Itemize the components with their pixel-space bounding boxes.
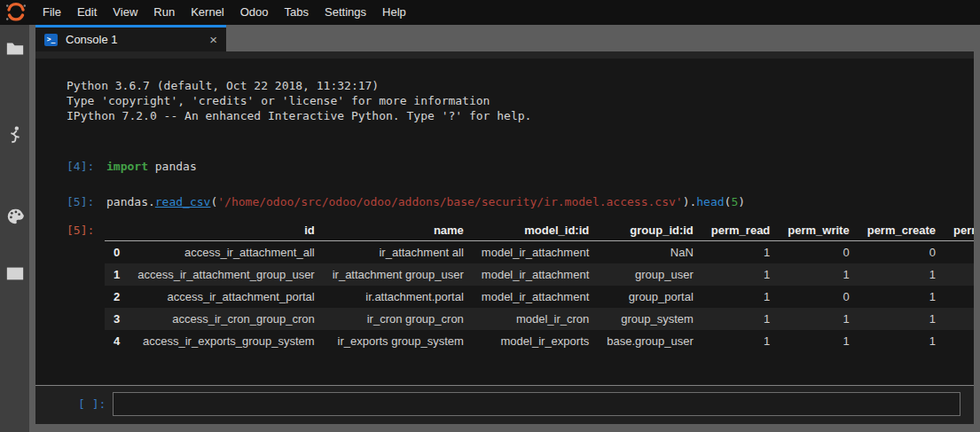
menu-odoo[interactable]: Odoo — [232, 0, 277, 25]
odoo-logo-icon — [4, 2, 27, 23]
input-prompt-4: [4]: — [67, 159, 106, 174]
row-index: 0 — [105, 241, 129, 264]
table-cell: ir_cron group_cron — [324, 308, 473, 330]
table-cell: 1 — [779, 263, 858, 286]
tab-close-icon[interactable]: × — [209, 33, 217, 46]
table-cell: group_system — [598, 308, 702, 330]
table-row: 1access_ir_attachment_group_userir_attac… — [105, 263, 974, 286]
table-cell: 1 — [702, 241, 779, 264]
console-toolbar — [35, 51, 974, 59]
table-cell: ir.attachment.portal — [324, 286, 473, 308]
input-prompt-5: [5]: — [67, 194, 106, 209]
menu-view[interactable]: View — [105, 0, 145, 25]
table-cell: 0 — [779, 286, 858, 308]
tab-label: Console 1 — [66, 33, 209, 46]
table-cell: 1 — [945, 308, 974, 330]
menu-help[interactable]: Help — [374, 0, 414, 25]
table-cell: group_portal — [598, 286, 702, 308]
index-corner-cell — [105, 220, 129, 241]
table-cell: ir_attachment group_user — [324, 263, 473, 286]
console-panel: Python 3.6.7 (default, Oct 22 2018, 11:3… — [35, 51, 974, 424]
table-cell: 0 — [779, 241, 858, 264]
table-row: 2access_ir_attachment_portalir.attachmen… — [105, 286, 974, 308]
table-cell: ir_exports group_system — [324, 330, 473, 352]
table-header-row: idnamemodel_id:idgroup_id:idperm_readper… — [105, 220, 974, 241]
column-header: perm_create — [858, 220, 945, 241]
console-icon: >_ — [44, 34, 58, 46]
menu-tabs[interactable]: Tabs — [277, 0, 317, 25]
code-cell-4: [4]: import pandas — [67, 159, 974, 174]
table-row: 0access_ir_attachment_allir_attachment a… — [105, 241, 974, 264]
table-cell: model_ir_cron — [473, 308, 598, 330]
python-banner: Python 3.6.7 (default, Oct 22 2018, 11:3… — [67, 78, 974, 123]
table-cell: 1 — [702, 263, 779, 286]
table-cell: model_ir_attachment — [473, 263, 598, 286]
menu-settings[interactable]: Settings — [317, 0, 374, 25]
table-cell: 0 — [945, 241, 974, 264]
table-cell: model_ir_attachment — [473, 286, 598, 308]
row-index: 4 — [105, 330, 129, 352]
table-cell: access_ir_attachment_portal — [129, 286, 323, 308]
menu-bar: File Edit View Run Kernel Odoo Tabs Sett… — [0, 0, 980, 25]
dataframe-table: idnamemodel_id:idgroup_id:idperm_readper… — [105, 220, 974, 352]
row-index: 1 — [105, 263, 129, 286]
table-cell: ir_attachment all — [324, 241, 473, 264]
dock-panel: >_ Console 1 × Python 3.6.7 (default, Oc… — [29, 25, 980, 432]
tab-console-1[interactable]: >_ Console 1 × — [35, 25, 226, 51]
table-row: 4access_ir_exports_group_systemir_export… — [105, 330, 974, 352]
column-header: perm_unlink — [945, 220, 974, 241]
tab-bar: >_ Console 1 × — [29, 25, 980, 51]
table-cell: NaN — [598, 241, 702, 264]
menu-run[interactable]: Run — [145, 0, 183, 25]
table-cell: 1 — [945, 263, 974, 286]
code-cell-5: [5]: pandas.read_csv('/home/odoo/src/odo… — [67, 194, 974, 209]
command-palette-icon[interactable] — [5, 207, 25, 226]
console-input-area: [ ]: — [35, 385, 974, 424]
table-cell: 1 — [702, 286, 779, 308]
table-cell: 1 — [779, 330, 858, 352]
table-row: 3access_ir_cron_group_cronir_cron group_… — [105, 308, 974, 330]
table-cell: access_ir_exports_group_system — [129, 330, 323, 352]
console-history[interactable]: Python 3.6.7 (default, Oct 22 2018, 11:3… — [35, 59, 974, 385]
table-cell: model_ir_exports — [473, 330, 598, 352]
menu-file[interactable]: File — [35, 0, 69, 25]
output-prompt-5: [5]: — [67, 220, 105, 352]
table-cell: 1 — [945, 330, 974, 352]
menu-kernel[interactable]: Kernel — [183, 0, 232, 25]
table-cell: access_ir_attachment_all — [129, 241, 323, 264]
table-cell: 1 — [858, 308, 945, 330]
row-index: 3 — [105, 308, 129, 330]
left-activity-bar — [0, 25, 29, 432]
table-cell: 1 — [702, 330, 779, 352]
table-cell: 1 — [779, 308, 858, 330]
menu-edit[interactable]: Edit — [69, 0, 105, 25]
code-line-4: import pandas — [106, 159, 197, 174]
table-cell: base.group_user — [598, 330, 702, 352]
table-cell: 0 — [858, 241, 945, 264]
console-code-input[interactable] — [113, 392, 960, 416]
column-header: model_id:id — [473, 220, 598, 241]
table-cell: 0 — [945, 286, 974, 308]
table-cell: 1 — [858, 330, 945, 352]
table-cell: access_ir_attachment_group_user — [129, 263, 323, 286]
running-sessions-icon[interactable] — [5, 125, 25, 145]
column-header: id — [129, 220, 323, 241]
output-cell-5: [5]: idnamemodel_id:idgroup_id:idperm_re… — [67, 220, 974, 352]
table-cell: 1 — [702, 308, 779, 330]
input-prompt-empty: [ ]: — [78, 392, 113, 416]
row-index: 2 — [105, 286, 129, 308]
column-header: group_id:id — [598, 220, 702, 241]
jupyterlab-window: File Edit View Run Kernel Odoo Tabs Sett… — [0, 0, 980, 432]
table-cell: group_user — [598, 263, 702, 286]
table-cell: model_ir_attachment — [473, 241, 598, 264]
column-header: name — [324, 220, 473, 241]
code-line-5: pandas.read_csv('/home/odoo/src/odoo/odo… — [106, 194, 745, 209]
table-cell: access_ir_cron_group_cron — [129, 308, 323, 330]
column-header: perm_write — [779, 220, 858, 241]
open-tabs-icon[interactable] — [5, 263, 25, 283]
column-header: perm_read — [702, 220, 779, 241]
file-browser-icon[interactable] — [5, 39, 25, 59]
table-cell: 1 — [858, 263, 945, 286]
table-cell: 1 — [858, 286, 945, 308]
